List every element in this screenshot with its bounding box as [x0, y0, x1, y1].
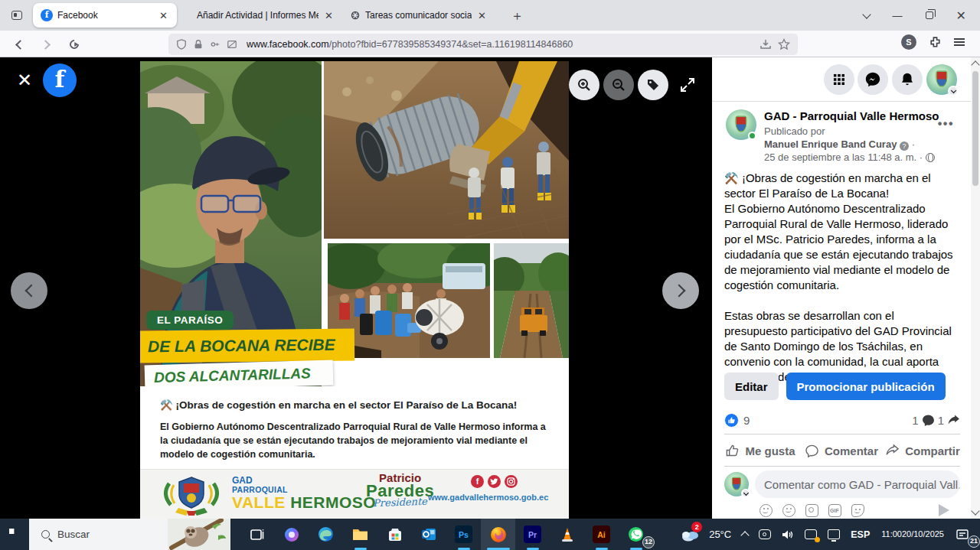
notifications-button[interactable] [892, 64, 923, 95]
author-name[interactable]: Manuel Enrique Band Curay [764, 138, 897, 150]
tab-close-icon[interactable]: ✕ [476, 10, 488, 21]
temperature[interactable]: 25°C [704, 519, 737, 550]
close-window-button[interactable]: ✕ [956, 8, 966, 23]
messenger-button[interactable] [858, 64, 888, 95]
next-photo-button[interactable] [662, 272, 699, 309]
shield-icon[interactable] [176, 39, 187, 50]
previous-photo-button[interactable] [11, 272, 47, 309]
network-button[interactable] [822, 519, 845, 550]
outlook-button[interactable] [412, 519, 446, 550]
weather-widget[interactable]: 2 [675, 519, 702, 550]
lock-icon[interactable] [193, 39, 204, 50]
fullscreen-icon[interactable] [678, 76, 697, 94]
permissions-icon[interactable] [210, 39, 220, 50]
avatar-sticker-icon[interactable] [760, 504, 773, 517]
comment-button[interactable]: Comentar [801, 438, 882, 464]
post-paragraph-1: ⚒️ ¡Obras de cogestión en marcha en el s… [724, 171, 960, 201]
tab-tareas[interactable]: Tareas comunicador social GAD ✕ [342, 3, 495, 28]
back-button[interactable] [9, 34, 29, 54]
menu-icon[interactable] [954, 38, 965, 46]
file-explorer-button[interactable] [343, 519, 377, 550]
menu-grid-button[interactable] [824, 64, 854, 95]
start-button[interactable] [0, 519, 29, 550]
scrollbar-thumb[interactable] [972, 71, 978, 186]
tab-close-icon[interactable]: ✕ [158, 10, 169, 21]
post-sidebar: GAD - Parroquial Valle Hermoso Publicado… [712, 57, 971, 519]
tab-title: Tareas comunicador social GAD [365, 10, 472, 21]
emoji-icon[interactable] [782, 504, 795, 517]
post-options-icon[interactable]: ••• [938, 117, 954, 131]
new-tab-button[interactable]: ＋ [506, 7, 528, 24]
tab-informes[interactable]: Añadir Actividad | Informes Mensua ✕ [189, 3, 342, 28]
bookmark-star-icon[interactable] [778, 38, 790, 50]
restore-button[interactable] [926, 11, 933, 19]
tag-button[interactable] [638, 70, 668, 100]
firefox-button[interactable] [481, 519, 515, 550]
search-highlight-image[interactable] [168, 519, 230, 550]
tab-close-icon[interactable]: ✕ [323, 10, 335, 21]
flyer-website: www.gadvallehermoso.gob.ec [428, 493, 548, 502]
firefox-view-icon [11, 11, 22, 20]
notification-center-button[interactable]: 21 [950, 519, 980, 550]
url-bar[interactable]: www.facebook.com/photo?fbid=677839585349… [168, 34, 798, 55]
messenger-icon [864, 71, 881, 88]
clock[interactable]: 11:00 20/10/2025 [875, 519, 950, 550]
blocked-media-icon[interactable] [227, 39, 237, 50]
scroll-up-icon[interactable] [971, 60, 979, 69]
share-icon [885, 444, 900, 458]
like-reaction-icon[interactable] [724, 413, 739, 428]
volume-button[interactable] [776, 519, 799, 550]
illustrator-button[interactable]: Ai [584, 519, 619, 550]
meet-now-button[interactable] [753, 519, 776, 550]
gad-word-gad: GAD [232, 476, 376, 486]
page-name[interactable]: GAD - Parroquial Valle Hermoso [764, 109, 948, 122]
save-page-icon[interactable] [760, 38, 772, 50]
forward-button[interactable] [37, 34, 57, 54]
comment-input[interactable]: Comentar como GAD - Parroquial Vall... [755, 470, 960, 498]
divider [724, 466, 960, 467]
edit-button[interactable]: Editar [724, 373, 779, 400]
zoom-out-button[interactable] [603, 70, 634, 100]
promote-button[interactable]: Promocionar publicación [786, 373, 946, 400]
composer-avatar[interactable] [724, 472, 749, 496]
like-button[interactable]: Me gusta [720, 438, 801, 464]
account-s-icon[interactable]: S [901, 34, 916, 50]
reload-button[interactable] [64, 34, 84, 54]
minimize-button[interactable]: — [893, 10, 903, 21]
language-indicator[interactable]: ESP [845, 519, 875, 550]
like-count[interactable]: 9 [743, 414, 750, 427]
comment-share-counts[interactable]: 1 1 [912, 414, 960, 427]
send-comment-icon[interactable] [939, 504, 949, 516]
tray-overflow-button[interactable] [737, 519, 753, 550]
copilot-button[interactable] [274, 519, 309, 550]
microsoft-store-button[interactable] [377, 519, 412, 550]
camera-icon[interactable] [805, 504, 818, 517]
tab-list-chevron-icon[interactable] [862, 10, 871, 18]
tab-facebook[interactable]: f Facebook ✕ [33, 3, 177, 28]
photoshop-button[interactable]: Ps [446, 519, 481, 550]
sticker-icon[interactable] [851, 504, 864, 517]
facebook-logo[interactable]: f [43, 63, 77, 97]
help-icon[interactable]: ? [900, 142, 909, 151]
zoom-in-button[interactable] [569, 70, 599, 100]
firefox-view-button[interactable] [7, 5, 27, 25]
url-text[interactable]: www.facebook.com/photo?fbid=677839585349… [247, 39, 753, 50]
close-photo-icon[interactable]: ✕ [17, 71, 32, 89]
cast-status-button[interactable] [799, 519, 822, 550]
page-scrollbar[interactable] [971, 57, 980, 519]
whatsapp-button[interactable]: 12 [619, 519, 653, 550]
taskbar-search[interactable]: Buscar [29, 519, 230, 550]
extensions-puzzle-icon[interactable] [929, 36, 942, 49]
premiere-button[interactable]: Pr [515, 519, 550, 550]
scroll-down-icon[interactable] [971, 506, 979, 515]
photo-collage[interactable]: EL PARAÍSO DE LA BOCANA RECIBE DOS ALCAN… [140, 61, 569, 519]
edge-button[interactable] [309, 519, 343, 550]
vlc-button[interactable] [550, 519, 584, 550]
gif-icon[interactable]: GIF [828, 504, 841, 517]
account-avatar[interactable] [926, 64, 957, 95]
page-avatar[interactable] [726, 109, 756, 140]
share-button[interactable]: Compartir [882, 438, 963, 464]
taskview-button[interactable] [240, 519, 274, 550]
page-avatar-crest [735, 116, 746, 132]
post-timestamp[interactable]: 25 de septiembre a las 11:48 a. m. · [764, 151, 923, 163]
